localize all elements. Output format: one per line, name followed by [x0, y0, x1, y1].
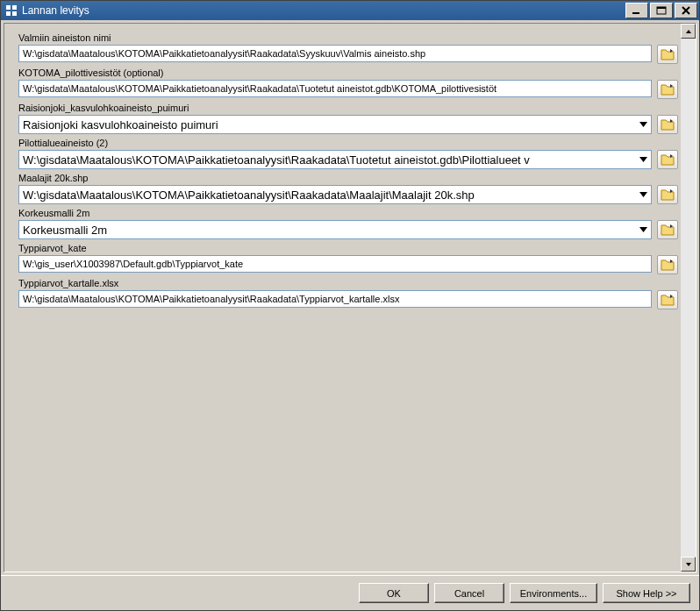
field-label: Korkeusmalli 2m [18, 208, 678, 218]
close-button[interactable] [675, 3, 697, 18]
browse-button[interactable] [657, 220, 678, 239]
form-panel: Valmiin aineiston nimi KOTOMA_pilottives… [4, 23, 696, 572]
field-typpiarvot-kate: Typpiarvot_kate [18, 243, 678, 274]
svg-rect-4 [632, 12, 639, 14]
browse-button[interactable] [657, 115, 678, 134]
window-title: Lannan levitys [22, 4, 624, 17]
svg-rect-6 [657, 7, 666, 9]
valmiin-aineiston-nimi-input[interactable] [18, 45, 652, 62]
minimize-button[interactable] [625, 3, 648, 18]
dialog-window: Lannan levitys Valmiin aineiston nimi [0, 0, 700, 611]
cancel-button[interactable]: Cancel [434, 583, 504, 603]
field-label: KOTOMA_pilottivesistöt (optional) [18, 67, 678, 78]
scroll-down-button[interactable] [681, 557, 696, 572]
field-korkeusmalli: Korkeusmalli 2m Korkeusmalli 2m [18, 208, 678, 239]
combo-value: W:\gisdata\Maatalous\KOTOMA\Paikkatietoa… [23, 153, 636, 167]
chevron-down-icon[interactable] [636, 221, 651, 238]
field-label: Raisionjoki_kasvulohkoaineisto_puimuri [18, 103, 678, 113]
vertical-scrollbar[interactable] [681, 24, 696, 572]
ok-button[interactable]: OK [359, 583, 429, 603]
svg-rect-0 [6, 5, 11, 10]
field-label: Valmiin aineiston nimi [18, 32, 678, 43]
show-help-button[interactable]: Show Help >> [603, 583, 690, 603]
field-label: Typpiarvot_kartalle.xlsx [18, 278, 678, 288]
browse-button[interactable] [657, 45, 678, 64]
field-valmiin-aineiston-nimi: Valmiin aineiston nimi [18, 32, 678, 64]
svg-rect-2 [6, 11, 11, 16]
content-area: Valmiin aineiston nimi KOTOMA_pilottives… [1, 20, 699, 575]
scroll-up-button[interactable] [681, 24, 696, 39]
titlebar: Lannan levitys [1, 1, 699, 20]
field-label: Maalajit 20k.shp [18, 173, 678, 183]
maximize-button[interactable] [650, 3, 673, 18]
field-kotoma-pilottivesistot: KOTOMA_pilottivesistöt (optional) [18, 67, 678, 99]
window-controls [624, 3, 697, 18]
korkeusmalli-combo[interactable]: Korkeusmalli 2m [18, 220, 652, 239]
maalajit-combo[interactable]: W:\gisdata\Maatalous\KOTOMA\Paikkatietoa… [18, 185, 652, 204]
field-label: Pilottialueaineisto (2) [18, 138, 678, 148]
dialog-button-bar: OK Cancel Environments... Show Help >> [1, 575, 699, 610]
chevron-down-icon[interactable] [636, 116, 651, 133]
field-maalajit: Maalajit 20k.shp W:\gisdata\Maatalous\KO… [18, 173, 678, 204]
chevron-down-icon[interactable] [636, 186, 651, 203]
browse-button[interactable] [657, 290, 678, 309]
field-raisionjoki-kasvulohko: Raisionjoki_kasvulohkoaineisto_puimuri R… [18, 103, 678, 134]
kotoma-pilottivesistot-input[interactable] [18, 80, 652, 97]
browse-button[interactable] [657, 185, 678, 204]
svg-rect-3 [12, 11, 17, 16]
combo-value: Korkeusmalli 2m [23, 224, 636, 237]
combo-value: Raisionjoki kasvulohkoaineisto puimuri [23, 118, 636, 131]
browse-button[interactable] [657, 255, 678, 274]
environments-button[interactable]: Environments... [510, 583, 597, 603]
browse-button[interactable] [657, 80, 678, 99]
field-pilottialueaineisto: Pilottialueaineisto (2) W:\gisdata\Maata… [18, 138, 678, 169]
field-label: Typpiarvot_kate [18, 243, 678, 253]
typpiarvot-kartalle-input[interactable] [18, 290, 652, 308]
pilottialue-combo[interactable]: W:\gisdata\Maatalous\KOTOMA\Paikkatietoa… [18, 150, 652, 169]
app-icon [4, 4, 18, 18]
field-typpiarvot-kartalle: Typpiarvot_kartalle.xlsx [18, 278, 678, 309]
typpiarvot-kate-input[interactable] [18, 255, 652, 273]
browse-button[interactable] [657, 150, 678, 169]
combo-value: W:\gisdata\Maatalous\KOTOMA\Paikkatietoa… [23, 188, 636, 202]
raisionjoki-combo[interactable]: Raisionjoki kasvulohkoaineisto puimuri [18, 115, 652, 134]
svg-rect-1 [12, 5, 17, 10]
chevron-down-icon[interactable] [636, 151, 651, 168]
